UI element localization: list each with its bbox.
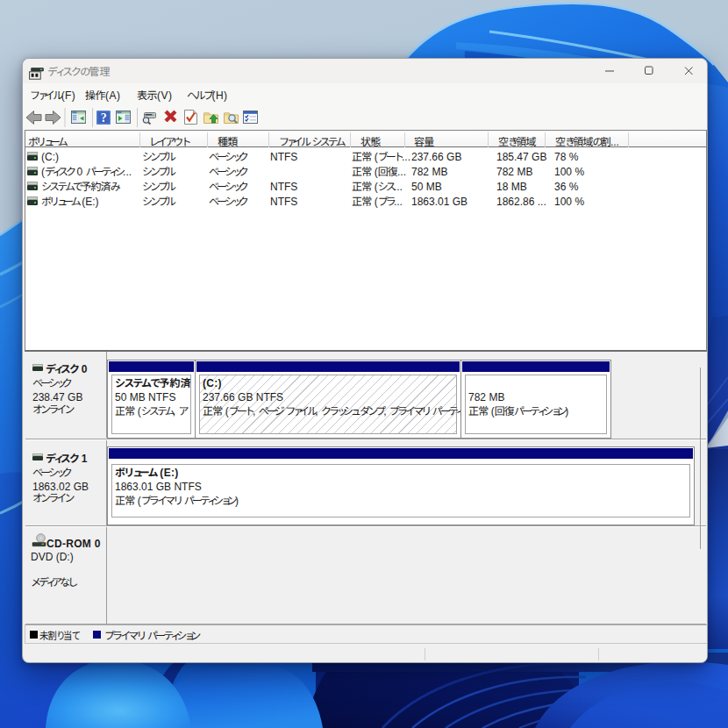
svg-text:?: ? <box>101 111 107 125</box>
